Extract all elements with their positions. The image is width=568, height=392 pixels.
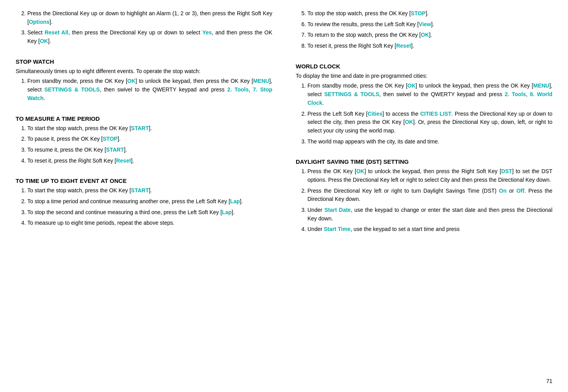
keyword-reset-all: Reset All	[45, 29, 68, 36]
stop-watch-list: From standby mode, press the OK Key [OK]…	[27, 77, 272, 102]
kw-off: Off	[516, 188, 524, 194]
kw-on: On	[499, 188, 506, 194]
kw-cities: Cities	[368, 111, 382, 117]
section-world-clock: WORLD CLOCK To display the time and date…	[296, 63, 552, 146]
section-title-eight: TO TIME UP TO EIGHT EVENT AT ONCE	[16, 177, 272, 184]
kw-start-date: Start Date	[324, 207, 351, 213]
kw-stop: STOP	[103, 136, 118, 142]
intro-list-left: Press the Directional Key up or down to …	[27, 9, 272, 46]
intro-list-right: To stop the stop watch, press the OK Key…	[307, 9, 552, 50]
list-item: From standby mode, press the OK Key [OK]…	[307, 82, 552, 107]
measure-list: To start the stop watch, press the OK Ke…	[27, 124, 272, 165]
list-item: Press the Directional Key up or down to …	[27, 9, 272, 26]
list-item: From standby mode, press the OK Key [OK]…	[27, 77, 272, 102]
list-item: Under Start Time, use the keypad to set …	[307, 225, 552, 234]
section-stop-watch: STOP WATCH Simultaneously times up to ei…	[16, 58, 272, 103]
kw-reset: Reset	[116, 158, 131, 164]
section-body-world-clock: To display the time and date in pre-prog…	[296, 72, 552, 146]
list-item: To review the results, press the Left So…	[307, 20, 552, 29]
list-item: Under Start Date, use the keypad to chan…	[307, 206, 552, 223]
section-measure-time: TO MEASURE A TIME PERIOD To start the st…	[16, 115, 272, 165]
dst-list: Press the OK Key [OK] to unlock the keyp…	[307, 167, 552, 234]
left-column: Press the Directional Key up or down to …	[16, 8, 284, 241]
list-item: Press the Left Soft Key [Cities] to acce…	[307, 110, 552, 135]
list-item: To reset it, press the Right Soft Key [R…	[307, 42, 552, 50]
list-item: To reset it, press the Right Soft Key [R…	[27, 157, 272, 165]
section-time-eight: TO TIME UP TO EIGHT EVENT AT ONCE To sta…	[16, 177, 272, 227]
section-title-measure: TO MEASURE A TIME PERIOD	[16, 115, 272, 122]
kw-start3: START	[131, 187, 149, 193]
kw-ok: OK	[127, 78, 136, 84]
list-item: To measure up to eight time periods, rep…	[27, 219, 272, 227]
list-item: Press the Directional Key left or right …	[307, 187, 552, 204]
eight-list: To start the stop watch, press the OK Ke…	[27, 186, 272, 227]
stop-watch-intro: Simultaneously times up to eight differe…	[16, 67, 272, 76]
page-number: 71	[546, 378, 552, 384]
list-item: To stop the stop watch, press the OK Key…	[307, 9, 552, 18]
kw-start: START	[131, 125, 149, 131]
section-title-dst: DAYLIGHT SAVING TIME (DST) SETTING	[296, 158, 552, 165]
list-item: To pause it, press the OK Key [STOP].	[27, 135, 272, 143]
kw-settings2: SETTINGS & TOOLS	[324, 91, 379, 97]
kw-cities-list: CITIES LIST	[420, 111, 452, 117]
section-body-dst: Press the OK Key [OK] to unlock the keyp…	[296, 167, 552, 234]
list-item: Select Reset All, then press the Directi…	[27, 29, 272, 45]
kw-lap: Lap	[230, 198, 240, 204]
list-item: To return to the stop watch, press the O…	[307, 31, 552, 39]
kw-view: View	[419, 21, 431, 27]
list-item: To start the stop watch, press the OK Ke…	[27, 124, 272, 133]
intro-section-right: To stop the stop watch, press the OK Key…	[296, 9, 552, 50]
section-dst: DAYLIGHT SAVING TIME (DST) SETTING Press…	[296, 158, 552, 234]
kw-ok5: OK	[356, 168, 364, 174]
list-item: To stop a time period and continue measu…	[27, 197, 272, 206]
keyword-yes: Yes	[202, 29, 212, 36]
kw-ok4: OK	[405, 119, 413, 125]
kw-stop2: STOP	[411, 10, 426, 16]
kw-settings-tools: SETTINGS & TOOLS	[44, 86, 100, 93]
section-body-measure: To start the stop watch, press the OK Ke…	[16, 124, 272, 165]
section-title-world-clock: WORLD CLOCK	[296, 63, 552, 70]
kw-2tools2: 2. Tools	[505, 91, 526, 97]
world-clock-list: From standby mode, press the OK Key [OK]…	[307, 82, 552, 146]
kw-dst: DST	[501, 168, 512, 174]
list-item: To start the stop watch, press the OK Ke…	[27, 186, 272, 195]
kw-ok3: OK	[407, 82, 416, 89]
kw-lap2: Lap	[222, 209, 232, 215]
section-body-stop-watch: Simultaneously times up to eight differe…	[16, 67, 272, 103]
list-item: To resume it, press the OK Key [START].	[27, 146, 272, 154]
kw-menu2: MENU	[533, 82, 549, 89]
world-clock-intro: To display the time and date in pre-prog…	[296, 72, 552, 81]
kw-start-time: Start Time	[324, 226, 350, 232]
keyword-options: Options	[29, 19, 50, 25]
kw-menu: MENU	[253, 78, 269, 84]
kw-2tools: 2. Tools	[227, 86, 249, 93]
list-item: The world map appears with the city, its…	[307, 138, 552, 146]
page-container: Press the Directional Key up or down to …	[16, 8, 552, 241]
list-item: To stop the second and continue measurin…	[27, 208, 272, 217]
intro-section-left: Press the Directional Key up or down to …	[16, 9, 272, 46]
section-title-stop-watch: STOP WATCH	[16, 58, 272, 65]
keyword-ok: OK	[40, 38, 48, 44]
kw-reset2: Reset	[396, 43, 411, 49]
section-body-eight: To start the stop watch, press the OK Ke…	[16, 186, 272, 227]
right-column: To stop the stop watch, press the OK Key…	[284, 8, 552, 241]
kw-start2: START	[106, 147, 124, 153]
kw-ok2: OK	[421, 32, 429, 38]
list-item: Press the OK Key [OK] to unlock the keyp…	[307, 167, 552, 184]
